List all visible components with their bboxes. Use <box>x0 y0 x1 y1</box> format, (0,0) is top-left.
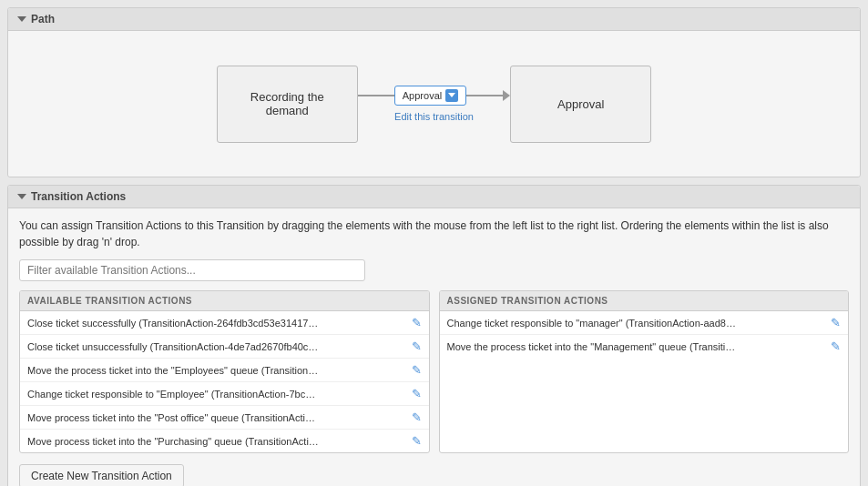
available-item-text: Move the process ticket into the "Employ… <box>27 365 404 376</box>
ta-content: You can assign Transition Actions to thi… <box>8 208 860 486</box>
path-section: Path Recording the demand Approval Edit <box>7 7 861 177</box>
connector-line-wrap: Approval <box>358 86 510 106</box>
available-list-item[interactable]: Close ticket unsuccessfully (TransitionA… <box>20 335 429 359</box>
edit-icon[interactable]: ✎ <box>831 316 841 329</box>
line-left <box>358 95 394 96</box>
collapse-icon <box>17 16 26 22</box>
line-right <box>466 95 503 96</box>
edit-icon[interactable]: ✎ <box>831 339 841 353</box>
transition-actions-section: Transition Actions You can assign Transi… <box>7 185 861 486</box>
available-item-text: Close ticket unsuccessfully (TransitionA… <box>27 341 404 352</box>
available-item-text: Close ticket successfully (TransitionAct… <box>27 318 404 329</box>
available-list-item[interactable]: Move the process ticket into the "Employ… <box>20 359 429 382</box>
available-list-header: AVAILABLE TRANSITION ACTIONS <box>20 291 429 311</box>
available-list-item[interactable]: Change ticket responsible to "Employee" … <box>20 382 429 406</box>
ta-description: You can assign Transition Actions to thi… <box>19 218 849 250</box>
edit-icon[interactable]: ✎ <box>412 387 422 400</box>
assigned-items-container: Change ticket responsible to "manager" (… <box>440 311 849 358</box>
ta-section-title: Transition Actions <box>31 190 126 203</box>
assigned-list-item[interactable]: Change ticket responsible to "manager" (… <box>440 311 849 335</box>
dropdown-arrow-icon[interactable] <box>445 89 458 102</box>
page-container: Path Recording the demand Approval Edit <box>0 0 868 486</box>
available-item-text: Move process ticket into the "Post offic… <box>27 412 404 423</box>
edit-transition-link[interactable]: Edit this transition <box>394 111 474 122</box>
filter-input[interactable] <box>19 259 365 281</box>
path-diagram: Recording the demand Approval Edit this … <box>8 31 860 177</box>
assigned-list-item[interactable]: Move the process ticket into the "Manage… <box>440 335 849 358</box>
arrowhead-icon <box>503 90 510 101</box>
collapse-icon-ta <box>17 194 26 199</box>
available-list: AVAILABLE TRANSITION ACTIONS Close ticke… <box>19 290 430 453</box>
create-transition-action-button[interactable]: Create New Transition Action <box>19 464 184 486</box>
edit-icon[interactable]: ✎ <box>412 363 422 377</box>
available-item-text: Change ticket responsible to "Employee" … <box>27 389 404 400</box>
start-node-label: Recording the demand <box>240 90 334 117</box>
assigned-item-text: Move the process ticket into the "Manage… <box>447 341 824 352</box>
start-node: Recording the demand <box>217 66 358 143</box>
edit-icon[interactable]: ✎ <box>412 410 422 424</box>
end-node-label: Approval <box>557 97 604 111</box>
transition-label: Approval <box>403 90 442 101</box>
ta-section-header: Transition Actions <box>8 186 860 208</box>
edit-icon[interactable]: ✎ <box>412 339 422 353</box>
path-section-title: Path <box>31 13 55 25</box>
edit-icon[interactable]: ✎ <box>412 316 422 329</box>
assigned-list-header: ASSIGNED TRANSITION ACTIONS <box>440 291 849 311</box>
end-node: Approval <box>510 66 651 143</box>
transition-box[interactable]: Approval <box>394 86 466 106</box>
available-list-item[interactable]: Close ticket successfully (TransitionAct… <box>20 311 429 335</box>
ta-columns: AVAILABLE TRANSITION ACTIONS Close ticke… <box>19 290 849 453</box>
available-items-container: Close ticket successfully (TransitionAct… <box>20 311 429 452</box>
edit-icon[interactable]: ✎ <box>412 434 422 448</box>
assigned-item-text: Change ticket responsible to "manager" (… <box>447 318 824 329</box>
flow-connector: Approval Edit this transition <box>358 86 510 122</box>
assigned-list: ASSIGNED TRANSITION ACTIONS Change ticke… <box>439 290 850 453</box>
available-item-text: Move process ticket into the "Purchasing… <box>27 436 404 447</box>
available-list-item[interactable]: Move process ticket into the "Purchasing… <box>20 430 429 452</box>
available-list-item[interactable]: Move process ticket into the "Post offic… <box>20 406 429 430</box>
path-section-header: Path <box>8 8 860 31</box>
